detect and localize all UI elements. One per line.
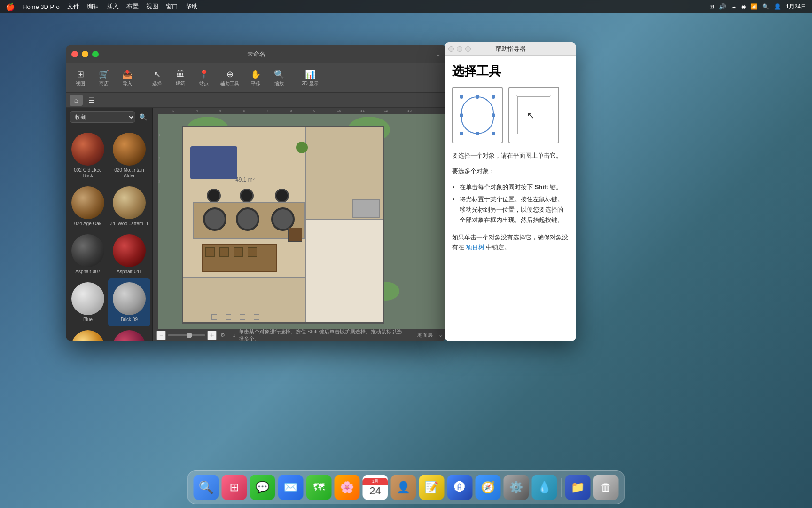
- room-living: 49.1 m²: [183, 127, 308, 278]
- toolbar-view[interactable]: ⊞ 视图: [70, 67, 91, 89]
- material-sphere-0: [71, 133, 104, 166]
- canvas-area[interactable]: 3 4 5 6 7 8 9 10 11 12 13: [153, 108, 446, 341]
- dock-files[interactable]: 📁: [565, 475, 591, 500]
- small-item-1: [288, 228, 302, 242]
- zoom-in-button[interactable]: ＋: [207, 331, 217, 340]
- dock-trash[interactable]: 🗑: [593, 475, 619, 500]
- search-icon[interactable]: 🔍: [762, 3, 769, 10]
- material-item-9[interactable]: Pattern Red: [108, 326, 150, 341]
- menu-view[interactable]: 视图: [146, 2, 158, 11]
- chair-4: [248, 247, 257, 257]
- 2d-icon: 📊: [305, 69, 315, 79]
- main-content: 收藏 🔍 002 Old...ked Brick020 Mo...ntain A…: [66, 108, 446, 341]
- material-item-7[interactable]: Brick 09: [108, 278, 150, 326]
- bathroom-fixture: [352, 199, 380, 218]
- zoom-slider[interactable]: [168, 334, 205, 336]
- material-name-4: Asphalt-007: [75, 269, 100, 275]
- toolbar-building[interactable]: 🏛 建筑: [170, 67, 191, 88]
- dock: 🔍 ⊞ 💬 ✉️ 🗺 🌸 1月 24 👤 📝 🅐 🧭 ⚙️ 💧: [187, 470, 625, 504]
- dock-appstore[interactable]: 🅐: [447, 475, 473, 500]
- dock-separator: [561, 478, 562, 497]
- dock-mail[interactable]: ✉️: [278, 475, 304, 500]
- minimize-button[interactable]: [82, 51, 88, 57]
- toolbar2-list[interactable]: ☰: [85, 95, 98, 106]
- material-sphere-4: [71, 234, 104, 267]
- material-item-6[interactable]: Blue: [68, 278, 108, 326]
- volume-icon: 🔊: [719, 3, 726, 10]
- floor-chevron[interactable]: ⌄: [438, 332, 443, 338]
- toolbar-import[interactable]: 📥 导入: [117, 67, 138, 89]
- menu-window[interactable]: 窗口: [166, 2, 178, 11]
- contacts-icon: 👤: [397, 481, 411, 494]
- dock-fluid[interactable]: 💧: [532, 475, 557, 500]
- maximize-button[interactable]: [92, 51, 99, 57]
- toolbar-station[interactable]: 📍 站点: [193, 67, 215, 89]
- calendar-month: 1月: [363, 478, 388, 485]
- menu-bar: 🍎 Home 3D Pro 文件 编辑 插入 布置 视图 窗口 帮助 ⊞ 🔊 ☁…: [0, 0, 812, 13]
- materials-sidebar: 收藏 🔍 002 Old...ked Brick020 Mo...ntain A…: [66, 108, 153, 341]
- menu-home3d[interactable]: Home 3D Pro: [23, 3, 60, 10]
- chair-1: [205, 247, 215, 257]
- dock-photos[interactable]: 🌸: [335, 475, 360, 500]
- menu-file[interactable]: 文件: [67, 2, 79, 11]
- menu-arrange[interactable]: 布置: [126, 2, 139, 11]
- material-sphere-7: [113, 282, 146, 315]
- ruler-horizontal: 3 4 5 6 7 8 9 10 11 12 13: [158, 108, 446, 114]
- toolbar2-home[interactable]: ⌂: [70, 95, 83, 106]
- material-item-4[interactable]: Asphalt-007: [68, 230, 108, 278]
- toolbar-shop[interactable]: 🛒 商店: [93, 67, 115, 89]
- dock-maps[interactable]: 🗺: [306, 475, 332, 500]
- help-max-btn[interactable]: [465, 46, 471, 52]
- title-chevron[interactable]: ⌄: [436, 51, 441, 57]
- material-item-1[interactable]: 020 Mo...ntain Alder: [108, 129, 150, 183]
- help-min-btn[interactable]: [457, 46, 462, 52]
- zoom-out-button[interactable]: －: [156, 331, 166, 340]
- help-titlebar: 帮助指导器: [445, 42, 576, 56]
- canvas-content[interactable]: 49.1 m²: [158, 114, 446, 329]
- material-item-0[interactable]: 002 Old...ked Brick: [68, 129, 108, 183]
- dock-safari[interactable]: 🧭: [476, 475, 501, 500]
- dock-contacts[interactable]: 👤: [391, 475, 416, 500]
- toolbar-select[interactable]: ↖ 选择: [146, 67, 168, 89]
- close-button[interactable]: [71, 51, 78, 57]
- area-label: 49.1 m²: [235, 176, 255, 183]
- search-button[interactable]: 🔍: [137, 111, 148, 123]
- zoom-settings[interactable]: ⚙: [220, 332, 225, 338]
- window-controls: [71, 51, 99, 57]
- apple-menu[interactable]: 🍎: [6, 2, 15, 11]
- toolbar-pan[interactable]: ✋ 平移: [245, 67, 266, 89]
- material-sphere-6: [71, 282, 104, 315]
- trash-icon: 🗑: [601, 481, 612, 494]
- handle-tr: [492, 95, 495, 99]
- material-item-2[interactable]: 024 Age Oak: [68, 183, 108, 230]
- dock-notes[interactable]: 📝: [419, 475, 445, 500]
- building-label: 建筑: [176, 80, 185, 87]
- menu-insert[interactable]: 插入: [107, 2, 119, 11]
- menu-edit[interactable]: 编辑: [87, 2, 99, 11]
- scale-m3: [240, 314, 245, 320]
- handle-tl: [460, 95, 463, 99]
- dock-finder[interactable]: 🔍: [194, 475, 219, 500]
- material-sphere-3: [113, 186, 146, 219]
- dock-settings[interactable]: ⚙️: [504, 475, 529, 500]
- collection-select[interactable]: 收藏: [70, 111, 135, 123]
- help-link-project-tree[interactable]: 项目树: [466, 244, 484, 251]
- building-icon: 🏛: [176, 69, 185, 79]
- help-close-btn[interactable]: [448, 46, 454, 52]
- material-item-3[interactable]: 34_Woo...attern_1: [108, 183, 150, 230]
- material-item-5[interactable]: Asphalt-041: [108, 230, 150, 278]
- dock-calendar[interactable]: 1月 24: [363, 475, 388, 500]
- toolbar-zoom[interactable]: 🔍 缩放: [268, 67, 290, 89]
- chair-3: [234, 247, 243, 257]
- toolbar-aux[interactable]: ⊕ 辅助工具: [217, 67, 243, 89]
- menu-help[interactable]: 帮助: [186, 2, 198, 11]
- stove-2: [236, 207, 259, 231]
- toolbar2: ⌂ ☰: [66, 93, 446, 108]
- dock-launchpad[interactable]: ⊞: [222, 475, 247, 500]
- material-item-8[interactable]: Gold: [68, 326, 108, 341]
- stove-1: [203, 207, 226, 231]
- window-titlebar: 未命名 ⌄: [66, 45, 446, 64]
- dock-messages[interactable]: 💬: [250, 475, 275, 500]
- toolbar-separator-1: [142, 70, 142, 87]
- toolbar-2d[interactable]: 📊 2D 显示: [298, 67, 322, 89]
